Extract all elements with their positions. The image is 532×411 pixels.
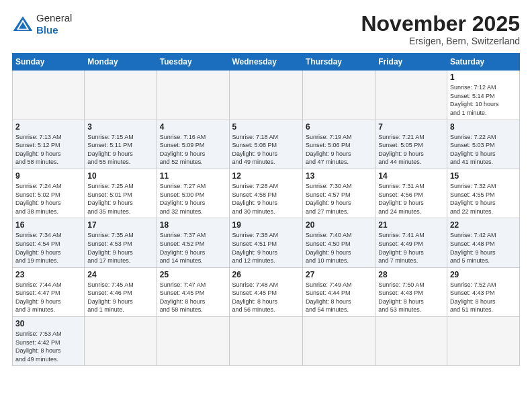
day-number: 6 xyxy=(306,122,372,132)
calendar-cell: 17Sunrise: 7:35 AM Sunset: 4:53 PM Dayli… xyxy=(85,218,157,267)
calendar-cell: 23Sunrise: 7:44 AM Sunset: 4:47 PM Dayli… xyxy=(13,267,85,316)
logo-text: General Blue xyxy=(36,12,72,36)
day-number: 21 xyxy=(378,220,444,230)
day-number: 5 xyxy=(232,122,300,132)
calendar-cell: 9Sunrise: 7:24 AM Sunset: 5:02 PM Daylig… xyxy=(13,169,85,218)
day-info: Sunrise: 7:52 AM Sunset: 4:43 PM Dayligh… xyxy=(450,281,517,314)
calendar-cell: 24Sunrise: 7:45 AM Sunset: 4:46 PM Dayli… xyxy=(85,267,157,316)
header-wednesday: Wednesday xyxy=(229,54,302,71)
calendar-cell: 2Sunrise: 7:13 AM Sunset: 5:12 PM Daylig… xyxy=(13,120,85,169)
day-info: Sunrise: 7:45 AM Sunset: 4:46 PM Dayligh… xyxy=(87,281,153,314)
day-info: Sunrise: 7:49 AM Sunset: 4:44 PM Dayligh… xyxy=(306,281,372,314)
day-number: 9 xyxy=(15,171,81,181)
calendar-cell: 25Sunrise: 7:47 AM Sunset: 4:45 PM Dayli… xyxy=(157,267,229,316)
day-number: 25 xyxy=(160,270,226,279)
calendar-week-row: 2Sunrise: 7:13 AM Sunset: 5:12 PM Daylig… xyxy=(13,120,520,169)
day-number: 27 xyxy=(306,270,372,279)
calendar-cell: 13Sunrise: 7:30 AM Sunset: 4:57 PM Dayli… xyxy=(302,169,375,218)
calendar-cell: 19Sunrise: 7:38 AM Sunset: 4:51 PM Dayli… xyxy=(229,218,302,267)
day-info: Sunrise: 7:42 AM Sunset: 4:48 PM Dayligh… xyxy=(450,231,517,265)
calendar-cell: 5Sunrise: 7:18 AM Sunset: 5:08 PM Daylig… xyxy=(229,120,302,169)
day-info: Sunrise: 7:25 AM Sunset: 5:01 PM Dayligh… xyxy=(87,182,153,216)
day-info: Sunrise: 7:53 AM Sunset: 4:42 PM Dayligh… xyxy=(15,330,81,363)
day-number: 16 xyxy=(15,220,81,230)
day-info: Sunrise: 7:50 AM Sunset: 4:43 PM Dayligh… xyxy=(378,281,444,314)
day-info: Sunrise: 7:18 AM Sunset: 5:08 PM Dayligh… xyxy=(232,133,300,167)
calendar-cell xyxy=(229,317,302,366)
day-number: 24 xyxy=(87,270,153,279)
calendar-cell: 30Sunrise: 7:53 AM Sunset: 4:42 PM Dayli… xyxy=(13,317,85,366)
calendar-week-row: 23Sunrise: 7:44 AM Sunset: 4:47 PM Dayli… xyxy=(13,267,520,316)
day-info: Sunrise: 7:41 AM Sunset: 4:49 PM Dayligh… xyxy=(378,231,444,265)
day-info: Sunrise: 7:37 AM Sunset: 4:52 PM Dayligh… xyxy=(160,231,226,265)
logo-blue: Blue xyxy=(36,24,58,36)
header-friday: Friday xyxy=(375,54,447,71)
day-number: 12 xyxy=(232,171,300,181)
day-number: 7 xyxy=(378,122,444,132)
calendar-cell: 22Sunrise: 7:42 AM Sunset: 4:48 PM Dayli… xyxy=(447,218,519,267)
calendar-cell xyxy=(375,71,447,120)
calendar-week-row: 30Sunrise: 7:53 AM Sunset: 4:42 PM Dayli… xyxy=(13,317,520,366)
calendar-week-row: 1Sunrise: 7:12 AM Sunset: 5:14 PM Daylig… xyxy=(13,71,520,120)
day-number: 11 xyxy=(160,171,226,181)
day-info: Sunrise: 7:27 AM Sunset: 5:00 PM Dayligh… xyxy=(160,182,226,216)
day-info: Sunrise: 7:32 AM Sunset: 4:55 PM Dayligh… xyxy=(450,182,517,216)
day-info: Sunrise: 7:15 AM Sunset: 5:11 PM Dayligh… xyxy=(87,133,153,167)
calendar-cell: 7Sunrise: 7:21 AM Sunset: 5:05 PM Daylig… xyxy=(375,120,447,169)
day-number: 23 xyxy=(15,270,81,279)
calendar-cell xyxy=(302,71,375,120)
calendar-cell: 18Sunrise: 7:37 AM Sunset: 4:52 PM Dayli… xyxy=(157,218,229,267)
day-number: 20 xyxy=(306,220,372,230)
day-number: 2 xyxy=(15,122,81,132)
day-number: 3 xyxy=(87,122,153,132)
day-info: Sunrise: 7:48 AM Sunset: 4:45 PM Dayligh… xyxy=(232,281,300,314)
page: General Blue November 2025 Ersigen, Bern… xyxy=(0,0,532,411)
calendar-cell: 12Sunrise: 7:28 AM Sunset: 4:58 PM Dayli… xyxy=(229,169,302,218)
calendar-cell xyxy=(157,71,229,120)
calendar-cell: 1Sunrise: 7:12 AM Sunset: 5:14 PM Daylig… xyxy=(447,71,519,120)
day-number: 4 xyxy=(160,122,226,132)
day-number: 19 xyxy=(232,220,300,230)
calendar-cell xyxy=(157,317,229,366)
generalblue-logo-icon xyxy=(12,15,34,34)
calendar-week-row: 16Sunrise: 7:34 AM Sunset: 4:54 PM Dayli… xyxy=(13,218,520,267)
calendar-table: Sunday Monday Tuesday Wednesday Thursday… xyxy=(12,53,520,366)
calendar-week-row: 9Sunrise: 7:24 AM Sunset: 5:02 PM Daylig… xyxy=(13,169,520,218)
calendar-cell: 14Sunrise: 7:31 AM Sunset: 4:56 PM Dayli… xyxy=(375,169,447,218)
day-info: Sunrise: 7:22 AM Sunset: 5:03 PM Dayligh… xyxy=(450,133,517,167)
calendar-cell xyxy=(229,71,302,120)
day-number: 10 xyxy=(87,171,153,181)
header-monday: Monday xyxy=(85,54,157,71)
day-number: 17 xyxy=(87,220,153,230)
calendar-cell: 16Sunrise: 7:34 AM Sunset: 4:54 PM Dayli… xyxy=(13,218,85,267)
day-number: 1 xyxy=(450,73,517,82)
calendar-cell: 26Sunrise: 7:48 AM Sunset: 4:45 PM Dayli… xyxy=(229,267,302,316)
calendar-cell: 10Sunrise: 7:25 AM Sunset: 5:01 PM Dayli… xyxy=(85,169,157,218)
weekday-header-row: Sunday Monday Tuesday Wednesday Thursday… xyxy=(13,54,520,71)
day-number: 26 xyxy=(232,270,300,279)
month-title: November 2025 xyxy=(361,12,520,36)
calendar-cell: 11Sunrise: 7:27 AM Sunset: 5:00 PM Dayli… xyxy=(157,169,229,218)
day-info: Sunrise: 7:38 AM Sunset: 4:51 PM Dayligh… xyxy=(232,231,300,265)
day-number: 15 xyxy=(450,171,517,181)
calendar-cell: 4Sunrise: 7:16 AM Sunset: 5:09 PM Daylig… xyxy=(157,120,229,169)
title-block: November 2025 Ersigen, Bern, Switzerland xyxy=(361,12,520,46)
calendar-cell xyxy=(85,317,157,366)
location-subtitle: Ersigen, Bern, Switzerland xyxy=(361,36,520,46)
header: General Blue November 2025 Ersigen, Bern… xyxy=(12,12,520,46)
day-info: Sunrise: 7:13 AM Sunset: 5:12 PM Dayligh… xyxy=(15,133,81,167)
header-tuesday: Tuesday xyxy=(157,54,229,71)
header-saturday: Saturday xyxy=(447,54,519,71)
logo-general: General xyxy=(36,12,72,24)
header-thursday: Thursday xyxy=(302,54,375,71)
day-info: Sunrise: 7:34 AM Sunset: 4:54 PM Dayligh… xyxy=(15,231,81,265)
day-number: 8 xyxy=(450,122,517,132)
day-info: Sunrise: 7:40 AM Sunset: 4:50 PM Dayligh… xyxy=(306,231,372,265)
calendar-cell: 27Sunrise: 7:49 AM Sunset: 4:44 PM Dayli… xyxy=(302,267,375,316)
day-number: 18 xyxy=(160,220,226,230)
calendar-cell: 3Sunrise: 7:15 AM Sunset: 5:11 PM Daylig… xyxy=(85,120,157,169)
day-info: Sunrise: 7:31 AM Sunset: 4:56 PM Dayligh… xyxy=(378,182,444,216)
day-number: 29 xyxy=(450,270,517,279)
calendar-cell: 28Sunrise: 7:50 AM Sunset: 4:43 PM Dayli… xyxy=(375,267,447,316)
day-info: Sunrise: 7:47 AM Sunset: 4:45 PM Dayligh… xyxy=(160,281,226,314)
